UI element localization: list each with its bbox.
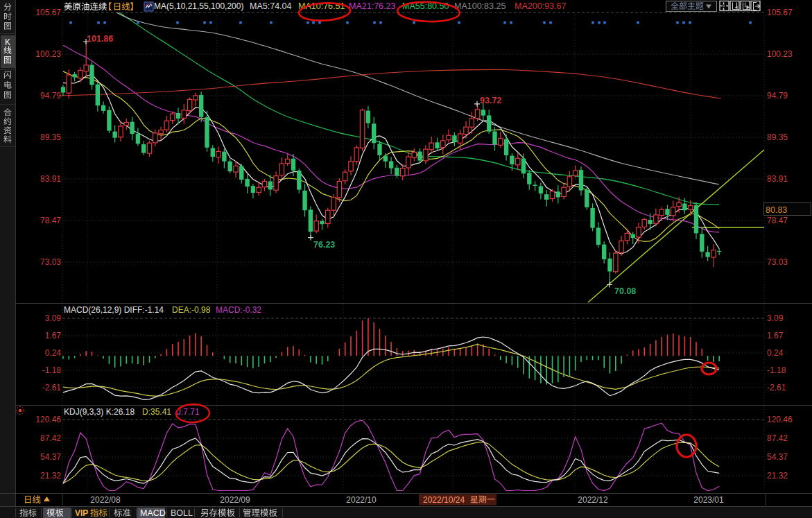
svg-text:94.79: 94.79 — [767, 91, 788, 101]
svg-text:-1.18: -1.18 — [42, 365, 62, 375]
svg-text:1.67: 1.67 — [767, 331, 784, 340]
svg-text:MA(5,10,21,55,100,200): MA(5,10,21,55,100,200) — [154, 1, 243, 11]
svg-text:83.91: 83.91 — [767, 174, 788, 184]
svg-text:-2.61: -2.61 — [42, 383, 62, 392]
svg-text:21.32: 21.32 — [767, 471, 788, 481]
svg-text:101.86: 101.86 — [87, 34, 113, 44]
svg-text:0.24: 0.24 — [767, 348, 784, 358]
svg-text:89.35: 89.35 — [767, 132, 788, 142]
svg-text:0.24: 0.24 — [45, 348, 62, 358]
svg-text:MA200:93.67: MA200:93.67 — [515, 1, 566, 11]
svg-text:54.37: 54.37 — [40, 452, 61, 462]
svg-text:76.23: 76.23 — [313, 240, 335, 250]
svg-text:2022/10/24: 2022/10/24 — [423, 495, 465, 505]
svg-text:87.42: 87.42 — [40, 433, 61, 443]
svg-text:78.47: 78.47 — [40, 216, 61, 225]
svg-text:-1.18: -1.18 — [767, 365, 786, 375]
svg-text:100.23: 100.23 — [35, 49, 61, 59]
svg-text:MACD: MACD — [140, 508, 166, 518]
svg-text:94.79: 94.79 — [40, 91, 61, 101]
svg-text:2022/08: 2022/08 — [90, 495, 121, 505]
svg-text:100.23: 100.23 — [767, 49, 793, 59]
svg-text:54.37: 54.37 — [767, 452, 788, 462]
svg-text:K: K — [5, 37, 10, 47]
svg-text:105.67: 105.67 — [767, 8, 793, 17]
svg-text:D:35.41: D:35.41 — [142, 407, 171, 417]
svg-text:87.42: 87.42 — [767, 433, 788, 443]
svg-text:105.67: 105.67 — [35, 8, 61, 17]
svg-text:2022/12: 2022/12 — [578, 495, 608, 505]
svg-text:93.72: 93.72 — [480, 96, 501, 105]
svg-text:3.09: 3.09 — [767, 313, 784, 323]
svg-text:3.09: 3.09 — [45, 313, 62, 323]
svg-text:DEA:-0.98: DEA:-0.98 — [172, 305, 211, 315]
svg-text:1.67: 1.67 — [45, 331, 62, 340]
svg-text:80.83: 80.83 — [766, 205, 787, 215]
svg-text:KDJ(9,3,3) K:26.18: KDJ(9,3,3) K:26.18 — [64, 407, 135, 417]
svg-text:-2.61: -2.61 — [767, 383, 786, 392]
svg-text:MACD(26,12,9) DIFF:-1.14: MACD(26,12,9) DIFF:-1.14 — [64, 305, 164, 315]
svg-text:73.03: 73.03 — [767, 257, 788, 267]
svg-text:MACD:-0.32: MACD:-0.32 — [216, 305, 261, 315]
svg-text:MA100:83.25: MA100:83.25 — [454, 1, 506, 11]
svg-text:MA5:74.04: MA5:74.04 — [250, 1, 292, 11]
svg-text:120.46: 120.46 — [767, 415, 793, 424]
svg-text:83.91: 83.91 — [40, 174, 61, 184]
svg-text:120.46: 120.46 — [35, 415, 61, 424]
svg-text:21.32: 21.32 — [40, 471, 61, 481]
svg-text:70.08: 70.08 — [614, 286, 636, 296]
svg-text:89.35: 89.35 — [40, 132, 61, 142]
svg-text:2023/01: 2023/01 — [693, 495, 724, 505]
svg-text:73.03: 73.03 — [40, 257, 61, 267]
svg-text:MA21:76.23: MA21:76.23 — [349, 1, 395, 11]
svg-text:VIP: VIP — [75, 508, 88, 518]
svg-text:2022/10: 2022/10 — [346, 495, 377, 505]
svg-text:2022/09: 2022/09 — [220, 495, 250, 505]
svg-text:BOLL: BOLL — [171, 508, 193, 518]
svg-text:78.47: 78.47 — [767, 216, 788, 225]
